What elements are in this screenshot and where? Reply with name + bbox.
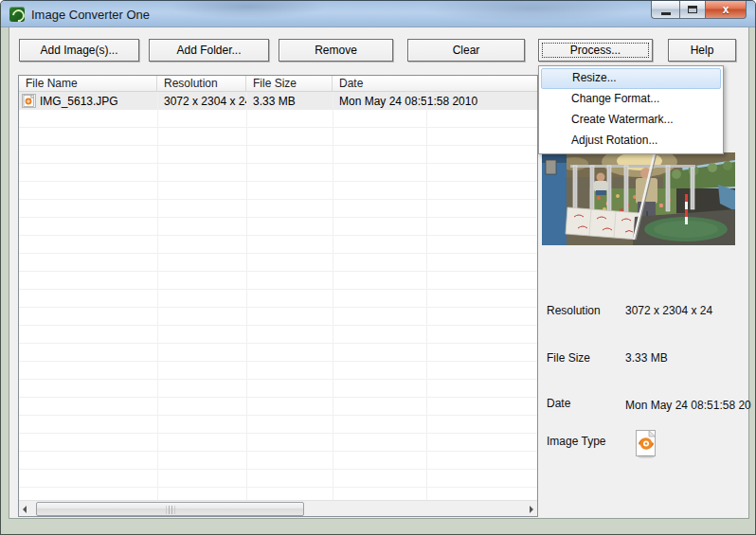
cell-date: Mon May 24 08:51:58 2010 [333,95,537,108]
scroll-right-icon [530,506,533,513]
horizontal-scrollbar[interactable] [19,500,537,516]
column-gridline [157,92,158,500]
image-type-jpeg-icon [634,429,658,459]
jpeg-file-icon [22,94,36,108]
app-window: Image Converter One x Add Image(s)... Ad… [0,0,756,535]
help-button[interactable]: Help [668,39,736,62]
minimize-icon [661,12,671,15]
column-gridline [246,92,247,500]
preview-photo [542,152,735,245]
add-folder-button[interactable]: Add Folder... [149,39,269,62]
empty-row-gridlines [19,110,537,500]
scroll-left-button[interactable] [19,501,35,517]
window-title: Image Converter One [31,8,150,22]
menu-item-resize[interactable]: Resize... [541,68,721,89]
scrollbar-grip-icon [166,506,174,514]
minimize-button[interactable] [651,1,679,19]
process-button[interactable]: Process... [538,39,653,62]
maximize-icon [688,6,697,13]
cell-resolution: 3072 x 2304 x 24 [157,95,246,108]
scrollbar-track[interactable] [35,501,521,516]
clear-button[interactable]: Clear [407,39,525,62]
cell-file-name: IMG_5613.JPG [40,95,118,108]
close-icon: x [723,3,729,16]
process-button-label: Process... [570,44,621,57]
image-preview [542,152,735,245]
scrollbar-thumb[interactable] [36,502,304,516]
file-list: File Name Resolution File Size Date [18,75,538,517]
close-button[interactable]: x [706,1,747,19]
menu-item-change-format[interactable]: Change Format... [541,89,721,110]
file-size-label: File Size [547,351,590,365]
date-value: Mon May 24 08:51:58 20 [625,399,751,412]
column-gridline [333,92,333,500]
scroll-right-button[interactable] [521,501,537,517]
resolution-label: Resolution [547,304,601,317]
client-area: Add Image(s)... Add Folder... Remove Cle… [9,27,749,519]
file-list-header: File Name Resolution File Size Date [19,76,537,92]
app-logo-icon [9,7,25,22]
image-type-label: Image Type [547,435,605,448]
column-header-date[interactable]: Date [333,76,537,91]
scroll-left-icon [23,506,27,513]
add-images-button[interactable]: Add Image(s)... [19,39,139,62]
window-controls: x [651,1,747,19]
cell-file-size: 3.33 MB [246,95,333,108]
resolution-value: 3072 x 2304 x 24 [625,304,712,317]
date-label: Date [547,397,570,410]
maximize-button[interactable] [679,1,706,19]
column-header-file-size[interactable]: File Size [246,76,333,91]
titlebar: Image Converter One x [1,1,755,27]
column-header-file-name[interactable]: File Name [19,76,157,91]
menu-item-create-watermark[interactable]: Create Watermark... [541,110,721,131]
file-size-value: 3.33 MB [625,351,668,365]
menu-item-adjust-rotation[interactable]: Adjust Rotation... [541,131,721,152]
column-header-resolution[interactable]: Resolution [157,76,246,91]
process-dropdown-menu: Resize... Change Format... Create Waterm… [538,65,724,154]
table-row[interactable]: IMG_5613.JPG 3072 x 2304 x 24 3.33 MB Mo… [19,92,537,110]
column-gridline [426,92,427,500]
remove-button[interactable]: Remove [279,39,393,62]
